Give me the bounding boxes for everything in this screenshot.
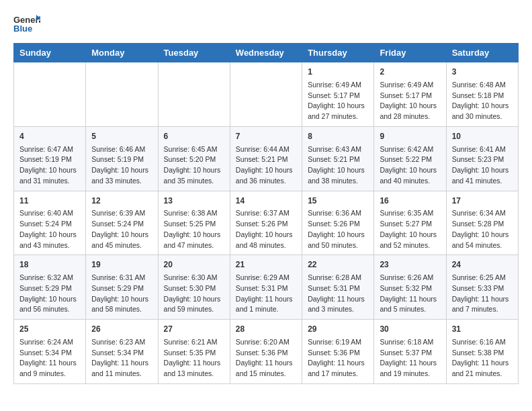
calendar-cell: 30Sunrise: 6:18 AM Sunset: 5:37 PM Dayli… bbox=[374, 320, 446, 384]
date-number: 6 bbox=[164, 131, 224, 142]
cell-content: Sunrise: 6:46 AM Sunset: 5:19 PM Dayligh… bbox=[91, 144, 152, 187]
calendar-cell: 27Sunrise: 6:21 AM Sunset: 5:35 PM Dayli… bbox=[158, 320, 230, 384]
cell-content: Sunrise: 6:38 AM Sunset: 5:25 PM Dayligh… bbox=[164, 208, 224, 250]
date-number: 25 bbox=[19, 324, 80, 335]
cell-content: Sunrise: 6:19 AM Sunset: 5:36 PM Dayligh… bbox=[308, 337, 368, 379]
header-day: Sunday bbox=[14, 44, 86, 62]
date-number: 20 bbox=[164, 259, 224, 271]
cell-content: Sunrise: 6:44 AM Sunset: 5:21 PM Dayligh… bbox=[236, 144, 296, 187]
cell-content: Sunrise: 6:30 AM Sunset: 5:30 PM Dayligh… bbox=[164, 273, 224, 315]
calendar-cell: 13Sunrise: 6:38 AM Sunset: 5:25 PM Dayli… bbox=[158, 191, 230, 255]
date-number: 15 bbox=[308, 195, 368, 207]
cell-content: Sunrise: 6:16 AM Sunset: 5:38 PM Dayligh… bbox=[452, 337, 513, 379]
calendar-cell: 12Sunrise: 6:39 AM Sunset: 5:24 PM Dayli… bbox=[86, 191, 158, 255]
calendar-cell: 20Sunrise: 6:30 AM Sunset: 5:30 PM Dayli… bbox=[158, 255, 230, 320]
logo-icon: General Blue bbox=[13, 13, 40, 36]
week-row: 25Sunrise: 6:24 AM Sunset: 5:34 PM Dayli… bbox=[14, 320, 519, 384]
date-number: 23 bbox=[380, 259, 440, 271]
date-number: 19 bbox=[91, 259, 152, 271]
header-day: Monday bbox=[86, 44, 158, 62]
calendar-cell: 22Sunrise: 6:28 AM Sunset: 5:31 PM Dayli… bbox=[302, 255, 374, 320]
calendar-cell: 9Sunrise: 6:42 AM Sunset: 5:22 PM Daylig… bbox=[374, 126, 446, 191]
cell-content: Sunrise: 6:24 AM Sunset: 5:34 PM Dayligh… bbox=[19, 337, 80, 379]
cell-content: Sunrise: 6:37 AM Sunset: 5:26 PM Dayligh… bbox=[236, 208, 296, 250]
calendar-cell: 3Sunrise: 6:48 AM Sunset: 5:18 PM Daylig… bbox=[446, 62, 518, 127]
calendar-cell: 19Sunrise: 6:31 AM Sunset: 5:29 PM Dayli… bbox=[86, 255, 158, 320]
calendar-cell: 8Sunrise: 6:43 AM Sunset: 5:21 PM Daylig… bbox=[302, 126, 374, 191]
date-number: 27 bbox=[164, 324, 224, 335]
date-number: 5 bbox=[91, 131, 152, 142]
calendar-header: SundayMondayTuesdayWednesdayThursdayFrid… bbox=[14, 44, 519, 62]
page-header: General Blue bbox=[13, 13, 519, 36]
cell-content: Sunrise: 6:20 AM Sunset: 5:36 PM Dayligh… bbox=[236, 337, 296, 379]
cell-content: Sunrise: 6:26 AM Sunset: 5:32 PM Dayligh… bbox=[380, 273, 440, 315]
date-number: 21 bbox=[236, 259, 296, 271]
date-number: 1 bbox=[308, 66, 368, 78]
date-number: 14 bbox=[236, 195, 296, 207]
calendar-cell: 25Sunrise: 6:24 AM Sunset: 5:34 PM Dayli… bbox=[14, 320, 86, 384]
calendar-cell bbox=[86, 62, 158, 127]
date-number: 16 bbox=[380, 195, 440, 207]
calendar-cell: 2Sunrise: 6:49 AM Sunset: 5:17 PM Daylig… bbox=[374, 62, 446, 127]
date-number: 29 bbox=[308, 324, 368, 335]
calendar-cell bbox=[158, 62, 230, 127]
date-number: 9 bbox=[380, 131, 440, 142]
date-number: 11 bbox=[19, 195, 80, 207]
cell-content: Sunrise: 6:40 AM Sunset: 5:24 PM Dayligh… bbox=[19, 208, 80, 250]
header-day: Saturday bbox=[446, 44, 518, 62]
calendar-cell: 14Sunrise: 6:37 AM Sunset: 5:26 PM Dayli… bbox=[230, 191, 302, 255]
cell-content: Sunrise: 6:29 AM Sunset: 5:31 PM Dayligh… bbox=[236, 273, 296, 315]
cell-content: Sunrise: 6:31 AM Sunset: 5:29 PM Dayligh… bbox=[91, 273, 152, 315]
cell-content: Sunrise: 6:42 AM Sunset: 5:22 PM Dayligh… bbox=[380, 144, 440, 187]
date-number: 13 bbox=[164, 195, 224, 207]
date-number: 7 bbox=[236, 131, 296, 142]
calendar-cell: 10Sunrise: 6:41 AM Sunset: 5:23 PM Dayli… bbox=[446, 126, 518, 191]
week-row: 1Sunrise: 6:49 AM Sunset: 5:17 PM Daylig… bbox=[14, 62, 519, 127]
calendar-cell: 21Sunrise: 6:29 AM Sunset: 5:31 PM Dayli… bbox=[230, 255, 302, 320]
calendar-cell: 16Sunrise: 6:35 AM Sunset: 5:27 PM Dayli… bbox=[374, 191, 446, 255]
cell-content: Sunrise: 6:45 AM Sunset: 5:20 PM Dayligh… bbox=[164, 144, 224, 187]
calendar-cell: 6Sunrise: 6:45 AM Sunset: 5:20 PM Daylig… bbox=[158, 126, 230, 191]
logo: General Blue bbox=[13, 13, 40, 36]
svg-text:Blue: Blue bbox=[13, 24, 32, 34]
date-number: 18 bbox=[19, 259, 80, 271]
calendar-cell bbox=[230, 62, 302, 127]
calendar-cell: 7Sunrise: 6:44 AM Sunset: 5:21 PM Daylig… bbox=[230, 126, 302, 191]
cell-content: Sunrise: 6:47 AM Sunset: 5:19 PM Dayligh… bbox=[19, 144, 80, 187]
cell-content: Sunrise: 6:25 AM Sunset: 5:33 PM Dayligh… bbox=[452, 273, 513, 315]
calendar-cell: 26Sunrise: 6:23 AM Sunset: 5:34 PM Dayli… bbox=[86, 320, 158, 384]
week-row: 18Sunrise: 6:32 AM Sunset: 5:29 PM Dayli… bbox=[14, 255, 519, 320]
calendar-cell bbox=[14, 62, 86, 127]
cell-content: Sunrise: 6:18 AM Sunset: 5:37 PM Dayligh… bbox=[380, 337, 440, 379]
cell-content: Sunrise: 6:23 AM Sunset: 5:34 PM Dayligh… bbox=[91, 337, 152, 379]
cell-content: Sunrise: 6:28 AM Sunset: 5:31 PM Dayligh… bbox=[308, 273, 368, 315]
date-number: 8 bbox=[308, 131, 368, 142]
date-number: 24 bbox=[452, 259, 513, 271]
calendar-cell: 31Sunrise: 6:16 AM Sunset: 5:38 PM Dayli… bbox=[446, 320, 518, 384]
calendar-cell: 17Sunrise: 6:34 AM Sunset: 5:28 PM Dayli… bbox=[446, 191, 518, 255]
cell-content: Sunrise: 6:43 AM Sunset: 5:21 PM Dayligh… bbox=[308, 144, 368, 187]
calendar-cell: 5Sunrise: 6:46 AM Sunset: 5:19 PM Daylig… bbox=[86, 126, 158, 191]
cell-content: Sunrise: 6:41 AM Sunset: 5:23 PM Dayligh… bbox=[452, 144, 513, 187]
cell-content: Sunrise: 6:32 AM Sunset: 5:29 PM Dayligh… bbox=[19, 273, 80, 315]
calendar-cell: 28Sunrise: 6:20 AM Sunset: 5:36 PM Dayli… bbox=[230, 320, 302, 384]
cell-content: Sunrise: 6:35 AM Sunset: 5:27 PM Dayligh… bbox=[380, 208, 440, 250]
calendar-body: 1Sunrise: 6:49 AM Sunset: 5:17 PM Daylig… bbox=[14, 62, 519, 384]
date-number: 10 bbox=[452, 131, 513, 142]
cell-content: Sunrise: 6:21 AM Sunset: 5:35 PM Dayligh… bbox=[164, 337, 224, 379]
cell-content: Sunrise: 6:48 AM Sunset: 5:18 PM Dayligh… bbox=[452, 80, 513, 122]
cell-content: Sunrise: 6:49 AM Sunset: 5:17 PM Dayligh… bbox=[380, 80, 440, 122]
calendar-cell: 15Sunrise: 6:36 AM Sunset: 5:26 PM Dayli… bbox=[302, 191, 374, 255]
cell-content: Sunrise: 6:39 AM Sunset: 5:24 PM Dayligh… bbox=[91, 208, 152, 250]
week-row: 4Sunrise: 6:47 AM Sunset: 5:19 PM Daylig… bbox=[14, 126, 519, 191]
header-day: Tuesday bbox=[158, 44, 230, 62]
date-number: 26 bbox=[91, 324, 152, 335]
calendar-cell: 29Sunrise: 6:19 AM Sunset: 5:36 PM Dayli… bbox=[302, 320, 374, 384]
header-row: SundayMondayTuesdayWednesdayThursdayFrid… bbox=[14, 44, 519, 62]
calendar-cell: 24Sunrise: 6:25 AM Sunset: 5:33 PM Dayli… bbox=[446, 255, 518, 320]
date-number: 22 bbox=[308, 259, 368, 271]
header-day: Thursday bbox=[302, 44, 374, 62]
calendar-cell: 1Sunrise: 6:49 AM Sunset: 5:17 PM Daylig… bbox=[302, 62, 374, 127]
date-number: 17 bbox=[452, 195, 513, 207]
header-day: Wednesday bbox=[230, 44, 302, 62]
